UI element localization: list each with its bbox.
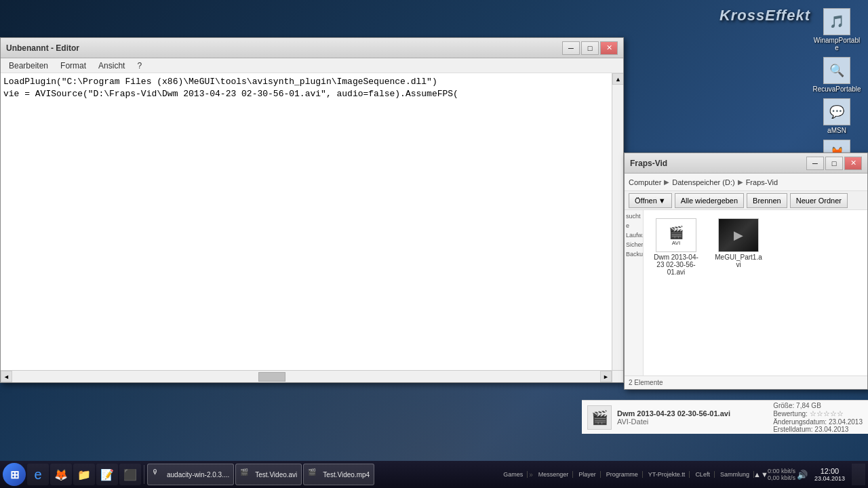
taskbar: ⊞ e 🦊 📁 📝 ⬛ 🎙 audacity-win-2.0.3.... 🎬 T… — [0, 461, 868, 488]
clock-date: 23.04.2013 — [814, 475, 845, 482]
explorer-main: sucht e Laufw... Sicher... Backup 🎬 AVI … — [625, 210, 867, 375]
tree-item-search[interactable]: sucht — [626, 213, 642, 220]
file-item-megui[interactable]: ▶ MeGUI_Part1.avi — [711, 216, 766, 279]
exp-maximize-button[interactable]: □ — [825, 157, 843, 170]
scroll-up-arrow[interactable]: ▲ — [612, 73, 623, 85]
notepad-window: Unbenannt - Editor ─ □ ✕ Bearbeiten Form… — [0, 37, 624, 383]
audacity-label: audacity-win-2.0.3.... — [167, 471, 229, 479]
testvideo-mp4-icon: 🎬 — [308, 468, 320, 481]
recuva-icon: 🔍 — [823, 57, 850, 84]
programme-group[interactable]: Programme — [602, 471, 643, 478]
breadcrumb-folder[interactable]: Fraps-Vid — [746, 178, 778, 186]
breadcrumb-arrow-1: ▶ — [664, 178, 669, 186]
winamp-label: WinampPortable — [812, 37, 861, 52]
desktop-icon-recuva[interactable]: 🔍 RecuvaPortable — [810, 54, 864, 96]
exp-close-button[interactable]: ✕ — [844, 157, 862, 170]
testvideo-mp4-label: Test.Video.mp4 — [323, 471, 370, 479]
notepad-titlebar[interactable]: Unbenannt - Editor ─ □ ✕ — [1, 38, 623, 58]
explorer-content: 🎬 AVI Dwm 2013-04-23 02-30-56-01.avi ▶ M… — [644, 210, 867, 375]
menu-help[interactable]: ? — [132, 60, 147, 72]
explorer-tree-sidebar: sucht e Laufw... Sicher... Backup — [625, 210, 644, 375]
play-all-button[interactable]: Alle wiedergeben — [675, 193, 744, 208]
horizontal-scrollbar[interactable]: ◄ ► — [1, 370, 612, 382]
taskbar-time: 12:00 23.04.2013 — [809, 467, 850, 482]
file-size: Größe: 7,84 GB — [773, 402, 863, 409]
file-name-dwm: Dwm 2013-04-23 02-30-56-01.avi — [652, 253, 701, 276]
ie-icon[interactable]: e — [27, 464, 49, 485]
rating-label: Bewertung: — [773, 410, 808, 418]
rating-stars: ☆☆☆☆☆ — [810, 409, 844, 418]
show-desktop-button[interactable] — [852, 464, 865, 485]
yt-projekte-group[interactable]: YT-Projekte.tt — [644, 471, 690, 478]
menu-format[interactable]: Format — [55, 60, 92, 72]
open-button[interactable]: Öffnen ▼ — [629, 193, 672, 208]
creation-date-value: 23.04.2013 — [814, 426, 848, 433]
volume-tray-icon[interactable]: 🔊 — [797, 469, 808, 480]
file-info-bar: 🎬 Dwm 2013-04-23 02-30-56-01.avi AVI-Dat… — [582, 400, 868, 434]
testvideo-avi-label: Test.Video.avi — [255, 471, 297, 479]
notepad-editor[interactable]: LoadPlugin("C:\Program Files (x86)\MeGUI… — [1, 73, 623, 382]
amsn-label: aMSN — [827, 127, 846, 134]
scroll-right-arrow[interactable]: ► — [600, 371, 612, 382]
cmd-taskbar-icon[interactable]: ⬛ — [119, 464, 141, 485]
network-speed: 0:00 kbit/s 0,00 kbit/s — [768, 468, 795, 481]
tree-item-sicherung[interactable]: Sicher... — [626, 241, 642, 248]
scrollbar-thumb[interactable] — [258, 372, 285, 382]
system-tray: ▲▼ 0:00 kbit/s 0,00 kbit/s 🔊 12:00 23.04… — [755, 464, 865, 485]
change-date-value: 23.04.2013 — [829, 418, 863, 426]
menu-bearbeiten[interactable]: Bearbeiten — [3, 60, 54, 72]
file-item-dwm[interactable]: 🎬 AVI Dwm 2013-04-23 02-30-56-01.avi — [649, 216, 703, 279]
winamp-icon: 🎵 — [823, 8, 850, 35]
taskbar-right-groups: Games » Messenger Player Programme YT-Pr… — [499, 471, 754, 479]
close-button[interactable]: ✕ — [600, 41, 618, 55]
overflow-arrow[interactable]: » — [529, 471, 533, 479]
size-value: 7,84 GB — [796, 402, 821, 409]
explorer-status-text: 2 Elemente — [629, 379, 663, 386]
sammlung-group[interactable]: Sammlung — [716, 471, 754, 478]
explorer-taskbar-icon[interactable]: 📁 — [73, 464, 95, 485]
minimize-button[interactable]: ─ — [562, 41, 580, 55]
notepad-content-area: LoadPlugin("C:\Program Files (x86)\MeGUI… — [1, 73, 623, 382]
player-group[interactable]: Player — [574, 471, 601, 478]
taskbar-separator — [144, 465, 144, 484]
exp-minimize-button[interactable]: ─ — [806, 157, 824, 170]
creation-date-label: Erstelldatum: — [773, 426, 812, 433]
games-group[interactable]: Games — [499, 471, 528, 478]
tree-item-other[interactable]: e — [626, 222, 642, 229]
taskbar-testvideo-mp4-item[interactable]: 🎬 Test.Video.mp4 — [303, 464, 374, 485]
desktop-icon-amsn[interactable]: 💬 aMSN — [810, 96, 864, 137]
taskbar-audacity-item[interactable]: 🎙 audacity-win-2.0.3.... — [147, 464, 234, 485]
breadcrumb-arrow-2: ▶ — [738, 178, 743, 186]
upload-speed: 0:00 kbit/s — [768, 468, 795, 474]
messenger-group[interactable]: Messenger — [534, 471, 574, 478]
file-creation-date: Erstelldatum: 23.04.2013 — [773, 426, 863, 433]
file-thumbnail-megui: ▶ — [718, 218, 759, 252]
taskbar-testvideo-avi-item[interactable]: 🎬 Test.Video.avi — [235, 464, 302, 485]
network-tray-icon[interactable]: ▲▼ — [755, 469, 766, 480]
file-info-text: Dwm 2013-04-23 02-30-56-01.avi AVI-Datei — [617, 409, 768, 426]
explorer-titlebar[interactable]: Fraps-Vid ─ □ ✕ — [625, 153, 867, 174]
scroll-left-arrow[interactable]: ◄ — [1, 371, 12, 382]
new-folder-button[interactable]: Neuer Ordner — [790, 193, 848, 208]
testvideo-avi-icon: 🎬 — [240, 468, 252, 481]
window-controls: ─ □ ✕ — [562, 41, 618, 55]
firefox-taskbar-icon[interactable]: 🦊 — [50, 464, 72, 485]
tree-item-backup[interactable]: Backup — [626, 251, 642, 258]
maximize-button[interactable]: □ — [581, 41, 599, 55]
notepad-taskbar-icon[interactable]: 📝 — [96, 464, 118, 485]
burn-button[interactable]: Brennen — [747, 193, 787, 208]
menu-ansicht[interactable]: Ansicht — [93, 60, 130, 72]
clock-time: 12:00 — [814, 467, 845, 475]
breadcrumb-computer[interactable]: Computer — [629, 178, 661, 186]
vertical-scrollbar[interactable]: ▲ — [612, 73, 623, 370]
file-name-megui: MeGUI_Part1.avi — [714, 253, 763, 268]
start-button[interactable]: ⊞ — [3, 463, 26, 486]
explorer-controls: ─ □ ✕ — [806, 157, 862, 170]
cleft-group[interactable]: CLeft — [691, 471, 715, 478]
file-info-icon: 🎬 — [587, 405, 612, 430]
notepad-menubar: Bearbeiten Format Ansicht ? — [1, 58, 623, 73]
tree-item-laufwerke[interactable]: Laufw... — [626, 232, 642, 239]
explorer-toolbar: Öffnen ▼ Alle wiedergeben Brennen Neuer … — [625, 191, 867, 210]
breadcrumb-drive[interactable]: Datenspeicher (D:) — [672, 178, 734, 186]
desktop-icon-winamp[interactable]: 🎵 WinampPortable — [810, 5, 864, 54]
